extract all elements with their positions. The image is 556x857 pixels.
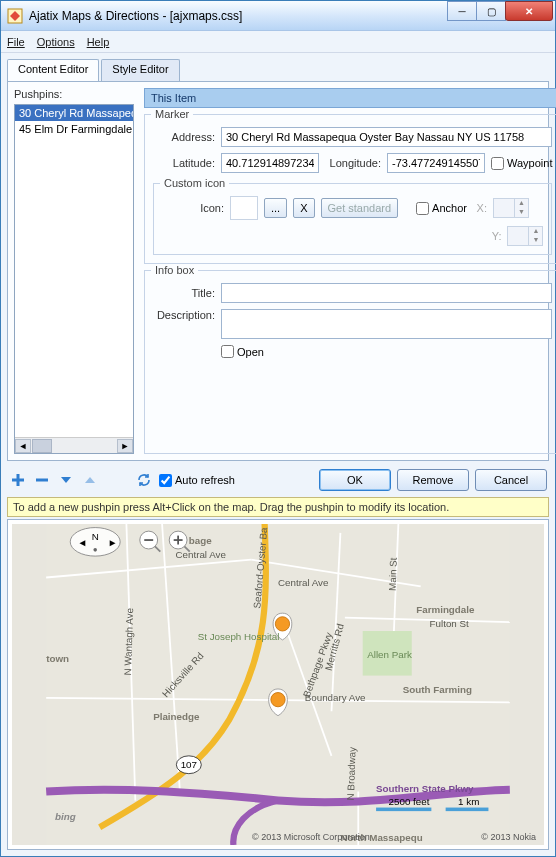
- infobox-open-checkbox[interactable]: Open: [221, 345, 264, 358]
- map-credit: © 2013 Nokia: [481, 832, 536, 842]
- svg-rect-49: [376, 808, 431, 812]
- anchor-x-label: X:: [473, 202, 487, 214]
- menu-options[interactable]: Options: [37, 36, 75, 48]
- map[interactable]: 107 N ◄► Farmingdale: [12, 524, 544, 845]
- get-standard-button[interactable]: Get standard: [321, 198, 399, 218]
- svg-rect-51: [446, 808, 489, 812]
- refresh-icon[interactable]: [135, 471, 153, 489]
- remove-button[interactable]: Remove: [397, 469, 469, 491]
- svg-text:◄: ◄: [77, 537, 87, 548]
- hint-bar: To add a new pushpin press Alt+Click on …: [7, 497, 549, 517]
- tab-style-editor[interactable]: Style Editor: [101, 59, 179, 81]
- svg-text:Allen Park: Allen Park: [367, 649, 412, 660]
- svg-text:Southern State Pkwy: Southern State Pkwy: [376, 783, 474, 794]
- longitude-label: Longitude:: [325, 157, 381, 169]
- svg-text:1 km: 1 km: [458, 796, 479, 807]
- infobox-desc-input[interactable]: [221, 309, 552, 339]
- svg-text:bage: bage: [189, 535, 212, 546]
- maximize-button[interactable]: ▢: [476, 1, 506, 21]
- longitude-input[interactable]: [387, 153, 485, 173]
- list-scrollbar[interactable]: ◄ ►: [15, 437, 133, 453]
- toolbar: Auto refresh OK Remove Cancel: [7, 465, 549, 495]
- tab-content-editor[interactable]: Content Editor: [7, 59, 99, 81]
- icon-preview: [230, 196, 258, 220]
- dialog-window: Ajatix Maps & Directions - [ajxmaps.css]…: [0, 0, 556, 857]
- map-credit: © 2013 Microsoft Corporation: [252, 832, 370, 842]
- infobox-group: Info box Title: Description: Open: [144, 270, 556, 454]
- clear-icon-button[interactable]: X: [293, 198, 314, 218]
- this-item-header: This Item: [144, 88, 556, 108]
- marker-legend: Marker: [151, 108, 193, 120]
- anchor-checkbox[interactable]: Anchor: [416, 202, 467, 215]
- svg-point-16: [271, 693, 285, 707]
- menu-help[interactable]: Help: [87, 36, 110, 48]
- cancel-button[interactable]: Cancel: [475, 469, 547, 491]
- svg-text:Plainedge: Plainedge: [153, 711, 200, 722]
- titlebar[interactable]: Ajatix Maps & Directions - [ajxmaps.css]…: [1, 1, 555, 31]
- svg-text:Central Ave: Central Ave: [278, 577, 329, 588]
- content-editor-panel: Pushpins: 30 Cheryl Rd Massapequa 45 Elm…: [7, 81, 549, 461]
- svg-text:town: town: [46, 653, 69, 664]
- scroll-left-icon[interactable]: ◄: [15, 439, 31, 453]
- anchor-y-spinner[interactable]: ▲▼: [507, 226, 543, 246]
- latitude-input[interactable]: [221, 153, 319, 173]
- anchor-x-spinner[interactable]: ▲▼: [493, 198, 529, 218]
- map-container: 107 N ◄► Farmingdale: [7, 519, 549, 850]
- pushpins-label: Pushpins:: [14, 88, 134, 100]
- svg-text:Central Ave: Central Ave: [175, 549, 226, 560]
- tab-strip: Content Editor Style Editor: [7, 59, 549, 81]
- infobox-title-input[interactable]: [221, 283, 552, 303]
- svg-text:Fulton St: Fulton St: [430, 618, 469, 629]
- add-icon[interactable]: [9, 471, 27, 489]
- svg-text:107: 107: [181, 759, 197, 770]
- svg-text:St Joseph Hospital: St Joseph Hospital: [198, 631, 280, 642]
- waypoint-checkbox[interactable]: Waypoint: [491, 157, 552, 170]
- infobox-title-label: Title:: [153, 287, 215, 299]
- map-canvas[interactable]: 107 N ◄► Farmingdale: [12, 524, 544, 845]
- svg-text:N Broadway: N Broadway: [345, 747, 358, 801]
- svg-text:Main St: Main St: [387, 557, 399, 591]
- address-label: Address:: [153, 131, 215, 143]
- svg-text:Farmingdale: Farmingdale: [416, 604, 475, 615]
- address-input[interactable]: [221, 127, 552, 147]
- scroll-right-icon[interactable]: ►: [117, 439, 133, 453]
- icon-label: Icon:: [162, 202, 224, 214]
- svg-text:►: ►: [108, 537, 118, 548]
- svg-text:2500 feet: 2500 feet: [389, 796, 430, 807]
- move-down-icon[interactable]: [57, 471, 75, 489]
- list-item[interactable]: 30 Cheryl Rd Massapequa: [15, 105, 133, 121]
- ok-button[interactable]: OK: [319, 469, 391, 491]
- latitude-label: Latitude:: [153, 157, 215, 169]
- close-button[interactable]: ✕: [505, 1, 553, 21]
- menu-file[interactable]: File: [7, 36, 25, 48]
- bing-logo: bing: [55, 811, 76, 822]
- marker-group: Marker Address: Latitude: Longitude: Way…: [144, 114, 556, 264]
- remove-icon[interactable]: [33, 471, 51, 489]
- minimize-button[interactable]: ─: [447, 1, 477, 21]
- custom-icon-legend: Custom icon: [160, 177, 229, 189]
- list-item[interactable]: 45 Elm Dr Farmingdale: [15, 121, 133, 137]
- infobox-desc-label: Description:: [153, 309, 215, 321]
- infobox-legend: Info box: [151, 264, 198, 276]
- svg-text:Boundary Ave: Boundary Ave: [305, 692, 366, 703]
- browse-button[interactable]: ...: [264, 198, 287, 218]
- scroll-thumb[interactable]: [32, 439, 52, 453]
- move-up-icon[interactable]: [81, 471, 99, 489]
- svg-point-15: [275, 617, 289, 631]
- svg-text:N: N: [92, 531, 99, 542]
- svg-text:South Farming: South Farming: [403, 684, 472, 695]
- pushpin-list[interactable]: 30 Cheryl Rd Massapequa 45 Elm Dr Farmin…: [14, 104, 134, 454]
- app-icon: [7, 8, 23, 24]
- auto-refresh-checkbox[interactable]: Auto refresh: [159, 474, 235, 487]
- menubar: File Options Help: [1, 31, 555, 53]
- map-compass[interactable]: N ◄►: [70, 528, 120, 557]
- custom-icon-group: Custom icon Icon: ... X Get standard Anc…: [153, 183, 552, 255]
- anchor-y-label: Y:: [487, 230, 501, 242]
- svg-point-21: [93, 548, 97, 552]
